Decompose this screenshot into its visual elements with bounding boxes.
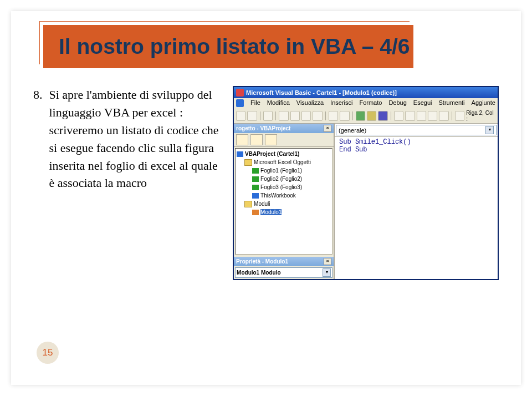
toolbar-btn-project[interactable] xyxy=(405,111,415,121)
toolbar-btn-undo[interactable] xyxy=(329,111,338,121)
sysmenu-icon[interactable] xyxy=(236,99,244,107)
panel-close-icon[interactable]: × xyxy=(324,125,331,132)
tree-folder-modules[interactable]: Moduli xyxy=(254,201,270,207)
toolbar-btn-run[interactable] xyxy=(356,111,365,121)
toolbar-btn-redo[interactable] xyxy=(340,111,349,121)
toolbar-btn-insert[interactable] xyxy=(247,111,257,121)
menu-insert[interactable]: Inserisci xyxy=(330,99,352,107)
menu-debug[interactable]: Debug xyxy=(388,99,406,107)
properties-title: Proprietà - Modulo1 xyxy=(236,258,288,265)
vbe-menubar: File Modifica Visualizza Inserisci Forma… xyxy=(234,98,498,109)
sheet-icon xyxy=(252,176,259,182)
tree-sheet3[interactable]: Foglio3 (Foglio3) xyxy=(260,184,302,190)
tree-sheet2[interactable]: Foglio2 (Foglio2) xyxy=(260,176,302,182)
chevron-down-icon: ▾ xyxy=(323,268,331,277)
properties-object-name: Modulo1 Modulo xyxy=(237,270,280,276)
module-icon xyxy=(252,210,259,215)
code-editor[interactable]: Sub Smile1_Click() End Sub xyxy=(335,137,498,279)
project-explorer-header: rogetto - VBAProject × xyxy=(234,124,334,133)
toolbar-btn-save[interactable] xyxy=(263,111,273,121)
menu-file[interactable]: File xyxy=(250,99,260,107)
toolbar-btn-cut[interactable] xyxy=(279,111,288,121)
toolbar-btn-help[interactable] xyxy=(455,111,464,121)
vbe-titlebar: Microsoft Visual Basic - Cartel1 - [Modu… xyxy=(234,87,498,98)
toolbar-separator xyxy=(275,111,276,120)
properties-header: Proprietà - Modulo1 × xyxy=(234,257,334,266)
sheet-icon xyxy=(252,168,259,174)
toolbar-separator xyxy=(352,111,353,120)
bullet-number: 8. xyxy=(33,86,43,192)
menu-tools[interactable]: Strumenti xyxy=(438,99,464,107)
toolbar-btn-design[interactable] xyxy=(394,111,403,121)
tree-sheet1[interactable]: Foglio1 (Foglio1) xyxy=(260,167,302,174)
page-number: 15 xyxy=(37,342,59,364)
vbe-toolbar: Riga 2, Col : xyxy=(234,109,498,124)
panel-close-icon[interactable]: × xyxy=(324,258,331,265)
project-explorer-title: rogetto - VBAProject xyxy=(236,125,290,131)
chevron-down-icon: ▾ xyxy=(485,126,494,134)
project-icon xyxy=(237,151,243,157)
sheet-icon xyxy=(252,185,259,190)
menu-view[interactable]: Visualizza xyxy=(296,99,324,107)
properties-object-dropdown[interactable]: Modulo1 Modulo ▾ xyxy=(235,267,332,278)
vb-icon xyxy=(236,89,244,97)
menu-addins[interactable]: Aggiunte xyxy=(472,99,495,107)
cursor-position: Riga 2, Col : xyxy=(466,110,495,122)
toolbar-separator xyxy=(325,111,326,120)
toolbar-btn-paste[interactable] xyxy=(301,111,311,121)
tree-folder-excel[interactable]: Microsoft Excel Oggetti xyxy=(254,159,311,165)
view-object-btn[interactable] xyxy=(250,134,263,145)
toolbar-btn-break[interactable] xyxy=(367,111,376,121)
menu-run[interactable]: Esegui xyxy=(413,99,432,107)
code-object-dropdown[interactable]: (generale) ▾ xyxy=(336,125,497,135)
project-tree: VBAProject (Cartel1) Microsoft Excel Ogg… xyxy=(235,148,332,255)
toolbar-separator xyxy=(452,111,452,120)
bullet-text: Si apre l'ambiente di sviluppo del lingu… xyxy=(49,86,222,192)
slide-title-box: Il nostro primo listato in VBA – 4/6 xyxy=(43,25,413,68)
vbe-window-title: Microsoft Visual Basic - Cartel1 - [Modu… xyxy=(246,89,397,96)
workbook-icon xyxy=(252,193,259,199)
tree-workbook[interactable]: ThisWorkbook xyxy=(260,192,296,199)
toolbar-separator xyxy=(260,111,260,120)
toolbar-btn-view[interactable] xyxy=(236,111,245,121)
menu-edit[interactable]: Modifica xyxy=(267,99,290,107)
toolbar-btn-reset[interactable] xyxy=(378,111,387,121)
toolbar-btn-toolbox[interactable] xyxy=(439,111,448,121)
menu-format[interactable]: Formato xyxy=(359,99,382,107)
code-line-1: Sub Smile1_Click() xyxy=(339,138,493,146)
folder-icon xyxy=(244,201,252,207)
toolbar-btn-browser[interactable] xyxy=(428,111,437,121)
tree-module1[interactable]: Modulo1 xyxy=(260,209,282,215)
tree-root[interactable]: VBAProject (Cartel1) xyxy=(245,151,299,157)
toolbar-separator xyxy=(391,111,391,120)
view-code-btn[interactable] xyxy=(236,134,248,145)
toggle-folders-btn[interactable] xyxy=(265,134,277,145)
folder-icon xyxy=(244,159,252,166)
toolbar-btn-find[interactable] xyxy=(313,111,322,121)
slide-body-text: 8. Si apre l'ambiente di sviluppo del li… xyxy=(33,86,233,352)
toolbar-btn-properties[interactable] xyxy=(417,111,426,121)
code-line-3: End Sub xyxy=(339,146,493,154)
toolbar-btn-copy[interactable] xyxy=(290,111,300,121)
code-object-value: (generale) xyxy=(339,127,366,134)
slide-title: Il nostro primo listato in VBA – 4/6 xyxy=(59,34,410,59)
vbe-window: Microsoft Visual Basic - Cartel1 - [Modu… xyxy=(233,86,499,280)
